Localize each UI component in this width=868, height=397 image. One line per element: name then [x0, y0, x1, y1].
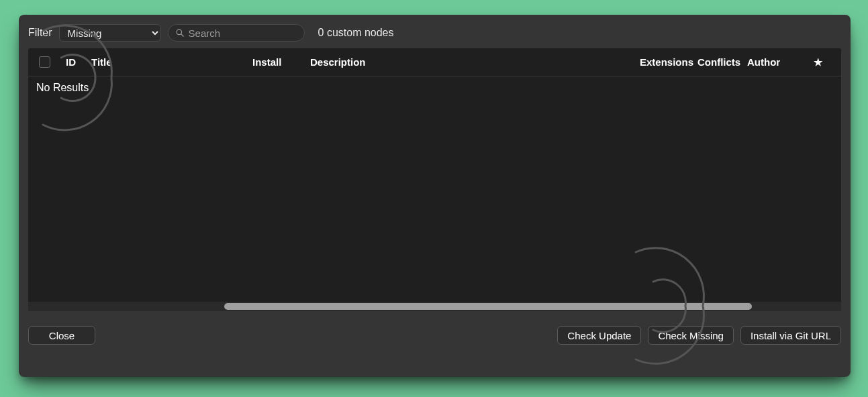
column-id[interactable]: ID	[60, 56, 86, 68]
close-button[interactable]: Close	[28, 326, 95, 345]
search-icon	[175, 28, 185, 38]
table-body: No Results	[28, 76, 841, 311]
install-git-url-button[interactable]: Install via Git URL	[740, 326, 841, 345]
no-results-text: No Results	[36, 82, 89, 94]
svg-line-1	[181, 34, 183, 37]
search-box[interactable]	[168, 24, 305, 42]
footer: Close Check Update Check Missing Install…	[19, 311, 851, 345]
custom-nodes-dialog: Filter Missing 0 custom nodes ID Title	[19, 15, 851, 377]
column-conflicts[interactable]: Conflicts	[692, 56, 742, 68]
column-title[interactable]: Title	[86, 56, 247, 68]
horizontal-scrollbar-thumb[interactable]	[224, 303, 752, 310]
results-table: ID Title Install Description Extensions …	[28, 48, 841, 311]
star-icon: ★	[814, 56, 822, 68]
check-missing-button[interactable]: Check Missing	[648, 326, 734, 345]
column-install[interactable]: Install	[247, 56, 305, 68]
filter-label: Filter	[28, 27, 52, 39]
column-author[interactable]: Author	[742, 56, 806, 68]
search-input[interactable]	[189, 27, 316, 39]
topbar: Filter Missing 0 custom nodes	[19, 15, 851, 48]
horizontal-scrollbar-track[interactable]	[28, 302, 841, 311]
table-header: ID Title Install Description Extensions …	[28, 48, 841, 76]
column-extensions[interactable]: Extensions	[634, 56, 692, 68]
status-text: 0 custom nodes	[318, 27, 394, 39]
column-favorite[interactable]: ★	[806, 56, 829, 68]
column-description[interactable]: Description	[305, 56, 634, 68]
check-update-button[interactable]: Check Update	[557, 326, 641, 345]
filter-select[interactable]: Missing	[59, 24, 161, 42]
select-all-checkbox[interactable]	[39, 56, 50, 68]
